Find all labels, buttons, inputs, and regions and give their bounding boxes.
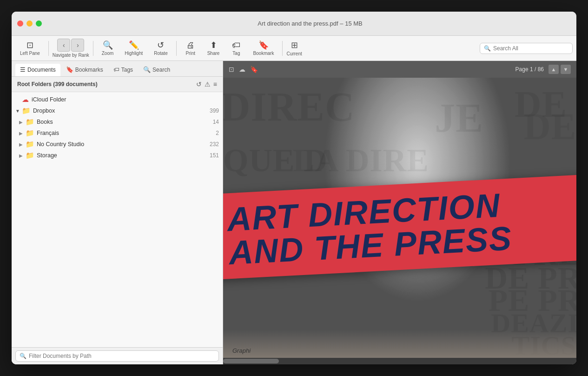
- pdf-bookmark-icon[interactable]: 🔖: [250, 66, 258, 73]
- left-pane-button[interactable]: ⊡ Left Pane: [15, 39, 45, 58]
- sidebar-tabs: ☰ Documents 🔖 Bookmarks 🏷 Tags 🔍 Search: [12, 61, 223, 77]
- refresh-button[interactable]: ↺: [196, 81, 202, 88]
- icloud-icon: ☁: [22, 95, 29, 104]
- tag-button[interactable]: 🏷 Tag: [226, 39, 246, 58]
- sidebar: ☰ Documents 🔖 Bookmarks 🏷 Tags 🔍 Search: [12, 61, 223, 364]
- sidebar-search-input[interactable]: [29, 353, 215, 359]
- left-pane-icon: ⊡: [26, 41, 33, 49]
- tree-item-books[interactable]: ▶ 📁 Books 14: [12, 116, 223, 128]
- wm-je: JE: [435, 94, 483, 141]
- highlight-button[interactable]: ✏️ Highlight: [120, 39, 147, 58]
- close-button[interactable]: [17, 20, 23, 27]
- tag-label: Tag: [232, 51, 240, 56]
- zoom-label: Zoom: [102, 51, 114, 56]
- separator-2: [93, 41, 93, 56]
- current-label: Current: [286, 51, 302, 56]
- tree-item-dropbox[interactable]: ▼ 📁 Dropbox 399: [12, 105, 223, 116]
- dropbox-count: 399: [210, 107, 219, 114]
- tree-item-storage[interactable]: ▶ 📁 Storage 151: [12, 150, 223, 161]
- tag-icon: 🏷: [232, 41, 240, 49]
- highlight-label: Highlight: [125, 51, 143, 56]
- sidebar-search-icon: 🔍: [20, 353, 26, 359]
- maximize-button[interactable]: [36, 20, 42, 27]
- rotate-button[interactable]: ↺ Rotate: [149, 39, 172, 58]
- tree-item-icloud[interactable]: ☁ iCloud Folder: [12, 94, 223, 105]
- traffic-lights: [17, 20, 42, 27]
- scrollbar-thumb[interactable]: [223, 359, 279, 363]
- share-button[interactable]: ⬆ Share: [203, 39, 225, 58]
- storage-folder-icon: 📁: [26, 151, 34, 160]
- bookmark-label: Bookmark: [253, 51, 274, 56]
- pdf-cover: DIREC QUE D LA DIRE JE DE DE DE PRE DE P…: [223, 78, 576, 358]
- pdf-scrollbar[interactable]: [223, 358, 576, 364]
- documents-icon: ☰: [20, 66, 26, 73]
- pdf-toolbar: ⊡ ☁ 🔖 Page 1 / 86 ▲ ▼: [223, 61, 576, 78]
- print-icon: 🖨: [186, 41, 195, 49]
- pdf-nav-arrows: ▲ ▼: [548, 65, 571, 74]
- bookmark-button[interactable]: 🔖 Bookmark: [248, 39, 278, 58]
- dropbox-folder-icon: 📁: [22, 107, 31, 115]
- app-window: Art direction and the press.pdf – 15 MB …: [12, 12, 576, 364]
- title-bar: Art direction and the press.pdf – 15 MB: [12, 12, 576, 36]
- books-name: Books: [37, 119, 213, 125]
- bottom-caption: Graphi: [223, 330, 576, 358]
- pdf-folder-icon[interactable]: ⊡: [229, 66, 234, 73]
- rotate-label: Rotate: [154, 51, 167, 56]
- francais-name: Français: [37, 130, 216, 136]
- current-icon: ⊞: [291, 40, 298, 50]
- arrow-books: ▶: [19, 120, 26, 125]
- tab-tags[interactable]: 🏷 Tags: [109, 64, 138, 76]
- storage-count: 151: [210, 152, 219, 159]
- tree-header: Root Folders (399 documents) ↺ ⚠ ≡: [12, 77, 223, 92]
- storage-name: Storage: [37, 152, 210, 159]
- arrow-storage: ▶: [19, 153, 26, 158]
- menu-button[interactable]: ≡: [213, 81, 217, 88]
- no-country-studio-folder-icon: 📁: [26, 140, 34, 148]
- highlight-icon: ✏️: [129, 41, 139, 49]
- arrow-no-country-studio: ▶: [19, 142, 26, 147]
- zoom-icon: 🔍: [103, 41, 113, 49]
- no-country-studio-count: 232: [210, 141, 219, 148]
- separator-1: [48, 41, 49, 56]
- zoom-button[interactable]: 🔍 Zoom: [97, 39, 119, 58]
- tab-bookmarks-label: Bookmarks: [75, 67, 103, 73]
- navigate-forward-button[interactable]: ›: [71, 39, 84, 52]
- pdf-prev-button[interactable]: ▲: [548, 65, 559, 74]
- pdf-area: ⊡ ☁ 🔖 Page 1 / 86 ▲ ▼ DIREC QUE D: [223, 61, 576, 364]
- window-title: Art direction and the press.pdf – 15 MB: [49, 20, 571, 27]
- separator-3: [176, 41, 177, 56]
- navigate-label: Navigate by Rank: [53, 53, 89, 58]
- pdf-cloud-icon[interactable]: ☁: [239, 66, 245, 73]
- tree-header-actions: ↺ ⚠ ≡: [196, 81, 217, 88]
- left-pane-label: Left Pane: [20, 51, 40, 56]
- navigate-arrows: ‹ ›: [57, 39, 84, 52]
- wm-la-dir: LA DIRE: [293, 142, 429, 179]
- share-label: Share: [207, 51, 220, 56]
- caption-text: Graphi: [232, 347, 251, 354]
- print-button[interactable]: 🖨 Print: [180, 39, 201, 58]
- tree-item-francais[interactable]: ▶ 📁 Français 2: [12, 128, 223, 139]
- navigate-back-button[interactable]: ‹: [57, 39, 70, 52]
- pdf-viewer: DIREC QUE D LA DIRE JE DE DE DE PRE DE P…: [223, 78, 576, 358]
- no-country-studio-name: No Country Studio: [37, 141, 210, 148]
- dropbox-name: Dropbox: [33, 107, 210, 114]
- tree-item-no-country-studio[interactable]: ▶ 📁 No Country Studio 232: [12, 139, 223, 150]
- arrow-francais: ▶: [19, 131, 26, 136]
- tab-tags-label: Tags: [121, 67, 133, 73]
- tab-search[interactable]: 🔍 Search: [139, 64, 175, 76]
- minimize-button[interactable]: [26, 20, 33, 27]
- share-icon: ⬆: [210, 41, 217, 49]
- wm-direc: DIREC: [223, 83, 355, 130]
- search-all-box: 🔍: [480, 43, 573, 54]
- warning-button[interactable]: ⚠: [205, 81, 211, 88]
- sidebar-search: 🔍: [12, 347, 223, 364]
- tab-documents[interactable]: ☰ Documents: [15, 64, 60, 76]
- francais-count: 2: [216, 130, 219, 136]
- books-folder-icon: 📁: [26, 118, 34, 126]
- search-all-input[interactable]: [493, 45, 568, 52]
- pdf-next-button[interactable]: ▼: [561, 65, 571, 74]
- tags-icon: 🏷: [113, 66, 119, 73]
- bookmarks-icon: 🔖: [66, 66, 73, 73]
- tab-bookmarks[interactable]: 🔖 Bookmarks: [61, 64, 108, 76]
- icloud-name: iCloud Folder: [32, 96, 219, 103]
